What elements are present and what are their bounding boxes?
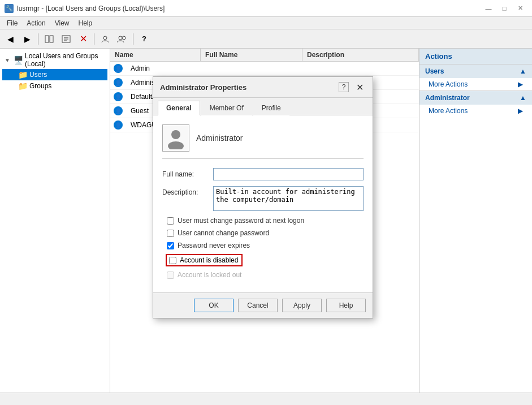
svg-point-9	[171, 130, 180, 139]
tree-root[interactable]: ▼ 🖥️ Local Users and Groups (Local)	[2, 51, 107, 69]
title-bar-left: 🔧 lusrmgr - [Local Users and Groups (Loc…	[5, 4, 165, 13]
description-input[interactable]: Built-in account for administering the c…	[213, 186, 364, 211]
description-label: Description:	[162, 186, 213, 196]
account-disabled-label: Account is disabled	[180, 256, 238, 264]
list-item[interactable]: 👤 Admin	[110, 62, 419, 76]
admin-more-label: More Actions	[429, 107, 468, 115]
properties-button[interactable]	[58, 32, 74, 46]
admin-section-header[interactable]: Administrator ▲	[419, 91, 532, 105]
user-avatar: 👤	[113, 105, 124, 117]
menu-action[interactable]: Action	[22, 18, 50, 28]
cannot-change-password-label: User cannot change password	[178, 229, 269, 237]
dialog-user-name: Administrator	[196, 133, 243, 143]
users-folder-icon: 📁	[18, 70, 27, 79]
dialog-close-btn[interactable]: ✕	[353, 81, 366, 93]
cancel-button[interactable]: Cancel	[238, 299, 278, 312]
fullname-label: Full name:	[162, 168, 213, 178]
password-never-expires-checkbox[interactable]	[167, 242, 174, 249]
tree-expand-icon: ▼	[5, 57, 11, 63]
users-more-arrow: ▶	[518, 80, 523, 88]
help-button[interactable]: Help	[326, 299, 366, 312]
account-disabled-row: Account is disabled	[162, 254, 364, 266]
tree-groups-label: Groups	[29, 82, 51, 90]
svg-point-10	[168, 141, 184, 149]
tree-root-label: Local Users and Groups (Local)	[25, 52, 105, 68]
user-avatar: 👤	[113, 91, 124, 102]
dialog-footer: OK Cancel Apply Help	[153, 292, 373, 318]
help-toolbar-button[interactable]: ?	[136, 32, 152, 46]
new-group-button[interactable]	[114, 32, 130, 46]
must-change-password-checkbox[interactable]	[167, 217, 174, 225]
admin-section-label: Administrator	[425, 94, 470, 102]
left-panel: ▼ 🖥️ Local Users and Groups (Local) 📁 Us…	[0, 49, 110, 393]
dialog-title-controls: ? ✕	[339, 81, 366, 93]
checkbox-never-expires-row: Password never expires	[162, 242, 364, 249]
tree-item-users[interactable]: 📁 Users	[2, 69, 107, 80]
user-avatar-large	[162, 124, 189, 152]
menu-view[interactable]: View	[50, 18, 74, 28]
dialog-help-btn[interactable]: ?	[339, 82, 349, 92]
dialog-tabs: General Member Of Profile	[153, 98, 373, 115]
users-section-label: Users	[425, 67, 444, 75]
svg-rect-1	[50, 36, 53, 42]
separator-1	[38, 33, 38, 45]
admin-more-actions[interactable]: More Actions ▶	[419, 105, 532, 117]
checkbox-must-change-row: User must change password at next logon	[162, 217, 364, 225]
col-name: Name	[110, 49, 201, 61]
menu-file[interactable]: File	[2, 18, 22, 28]
tab-profile[interactable]: Profile	[253, 101, 289, 115]
tree-item-groups[interactable]: 📁 Groups	[2, 80, 107, 92]
separator-2	[94, 33, 94, 45]
users-section-header[interactable]: Users ▲	[419, 64, 532, 78]
user-desc-cell	[320, 67, 417, 70]
back-button[interactable]: ◀	[2, 32, 18, 46]
menu-help[interactable]: Help	[74, 18, 97, 28]
svg-point-6	[103, 36, 107, 40]
users-more-label: More Actions	[429, 80, 468, 88]
fullname-row: Full name:	[162, 168, 364, 180]
cannot-change-password-checkbox[interactable]	[167, 230, 174, 237]
separator-3	[133, 33, 133, 45]
maximize-button[interactable]: □	[497, 3, 512, 14]
account-locked-out-checkbox	[167, 272, 174, 279]
must-change-password-label: User must change password at next logon	[178, 217, 304, 225]
dialog-content: Administrator Full name: Description: Bu…	[153, 115, 373, 292]
dialog-title-bar: Administrator Properties ? ✕	[153, 77, 373, 98]
ok-button[interactable]: OK	[194, 299, 233, 312]
fullname-input[interactable]	[213, 168, 364, 180]
svg-point-8	[122, 36, 126, 40]
actions-header: Actions	[419, 49, 532, 64]
description-row: Description: Built-in account for admini…	[162, 186, 364, 211]
new-user-button[interactable]	[97, 32, 113, 46]
apply-button[interactable]: Apply	[282, 299, 322, 312]
minimize-button[interactable]: —	[481, 3, 496, 14]
dialog-title: Administrator Properties	[160, 83, 246, 92]
account-locked-out-label: Account is locked out	[178, 271, 241, 279]
tree-users-label: Users	[29, 71, 47, 79]
show-hide-tree-button[interactable]	[41, 32, 57, 46]
list-header: Name Full Name Description	[110, 49, 419, 62]
account-disabled-checkbox[interactable]	[169, 257, 176, 264]
app-icon: 🔧	[5, 4, 14, 13]
user-avatar: 👤	[113, 77, 124, 88]
admin-more-arrow: ▶	[518, 107, 523, 115]
toolbar: ◀ ▶ ✕ ?	[0, 29, 532, 49]
user-fullname-cell	[223, 67, 319, 70]
users-more-actions[interactable]: More Actions ▶	[419, 78, 532, 91]
tab-general[interactable]: General	[158, 101, 200, 115]
svg-point-7	[119, 36, 122, 40]
right-panel: Actions Users ▲ More Actions ▶ Administr…	[419, 49, 532, 393]
account-disabled-highlight: Account is disabled	[166, 254, 243, 266]
menu-bar: File Action View Help	[0, 17, 532, 29]
close-button[interactable]: ✕	[513, 3, 527, 14]
computer-icon: 🖥️	[14, 55, 23, 64]
user-avatar: 👤	[113, 119, 124, 131]
forward-button[interactable]: ▶	[19, 32, 35, 46]
checkbox-locked-out-row: Account is locked out	[162, 271, 364, 279]
delete-button[interactable]: ✕	[75, 32, 91, 46]
tab-member-of[interactable]: Member Of	[201, 101, 252, 115]
svg-rect-0	[45, 36, 49, 42]
user-name-cell: Admin	[126, 63, 223, 74]
user-avatar: 👤	[113, 63, 124, 74]
title-bar: 🔧 lusrmgr - [Local Users and Groups (Loc…	[0, 0, 532, 17]
